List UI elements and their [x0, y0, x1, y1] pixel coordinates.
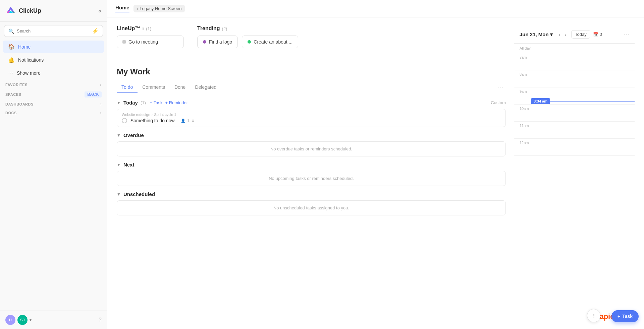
trending-title: Trending: [197, 25, 220, 31]
today-chevron-icon: ▼: [117, 101, 121, 105]
calendar-slot-7am: 7am: [514, 53, 635, 70]
today-title: Today: [123, 100, 138, 106]
avatar-u[interactable]: U: [5, 315, 15, 325]
search-input[interactable]: [17, 28, 89, 34]
calendar-options-button[interactable]: ⋯: [623, 31, 629, 38]
task-name: Something to do now: [130, 118, 175, 123]
add-task-button[interactable]: + Task: [150, 100, 163, 105]
back-tag[interactable]: Back: [85, 91, 102, 97]
calendar-slot-12pm: 12pm: [514, 139, 635, 156]
slot-area-7am[interactable]: [531, 53, 635, 70]
calendar-count-button[interactable]: 📅 0: [593, 32, 602, 37]
custom-button[interactable]: Custom: [491, 100, 506, 105]
search-bar[interactable]: 🔍 ⚡: [4, 25, 103, 37]
slot-area-9am[interactable]: [531, 87, 635, 104]
add-task-fab-button[interactable]: + Task: [611, 310, 639, 322]
time-label-8am: 8am: [514, 70, 531, 76]
sidebar-item-notifications-label: Notifications: [18, 57, 44, 63]
favorites-label: FAVORITES: [5, 83, 28, 87]
trending-header: Trending (2): [197, 25, 298, 31]
calendar-today-button[interactable]: Today: [571, 30, 590, 39]
grid-icon: ⁝: [593, 313, 595, 319]
calendar-body: All day 7am 8am: [514, 44, 635, 321]
lineup-card-go-to-meeting[interactable]: Go to meeting: [117, 36, 184, 48]
section-unscheduled: ▼ Unscheduled No unscheduled tasks assig…: [117, 191, 506, 215]
tab-home[interactable]: Home: [115, 5, 129, 12]
sidebar-header: ClickUp «: [0, 0, 107, 22]
section-unscheduled-header[interactable]: ▼ Unscheduled: [117, 191, 506, 197]
calendar-next-button[interactable]: ›: [563, 31, 569, 38]
section-today: ▼ Today (1) + Task + Reminder Custom Web…: [117, 100, 506, 127]
sidebar-section-favorites[interactable]: FAVORITES ›: [0, 79, 107, 88]
task-row: Something to do now 👤 1 ≡: [122, 118, 501, 123]
trending-card-create-about[interactable]: Create an about ...: [242, 36, 298, 48]
sidebar-item-notifications[interactable]: 🔔 Notifications: [3, 54, 104, 66]
my-work-title: My Work: [117, 67, 506, 76]
calendar-date-label: Jun 21, Mon: [520, 31, 549, 37]
lineup-trending-row: LineUp™ ℹ (1) Go to meeting Trending (2): [117, 25, 506, 58]
tab-delegated[interactable]: Delegated: [190, 82, 221, 93]
avatar-chevron[interactable]: ▾: [30, 318, 32, 322]
sidebar-item-home[interactable]: 🏠 Home: [3, 41, 104, 53]
overdue-chevron-icon: ▼: [117, 133, 121, 138]
favorites-chevron: ›: [100, 83, 102, 87]
breadcrumb-website-redesign: Website redesign: [122, 113, 150, 117]
task-menu-icon[interactable]: ≡: [192, 118, 194, 123]
section-next-header[interactable]: ▼ Next: [117, 162, 506, 168]
tab-done[interactable]: Done: [170, 82, 190, 93]
trending-card-find-logo-label: Find a logo: [209, 39, 232, 45]
next-chevron-icon: ▼: [117, 162, 121, 167]
calendar-allday-label: All day: [520, 46, 536, 50]
search-icon: 🔍: [8, 28, 14, 34]
my-work-section: My Work To do Comments Done Delegated ⋯ …: [117, 67, 506, 215]
next-title: Next: [123, 162, 135, 168]
clickup-logo-icon: [5, 5, 16, 16]
collapse-sidebar-button[interactable]: «: [98, 7, 102, 14]
help-button[interactable]: ?: [99, 317, 102, 323]
slot-area-11am[interactable]: [531, 122, 635, 138]
overdue-title: Overdue: [123, 132, 144, 138]
section-overdue: ▼ Overdue No overdue tasks or reminders …: [117, 132, 506, 156]
today-count: (1): [141, 100, 146, 105]
tab-legacy[interactable]: ‹ Legacy Home Screen: [133, 5, 185, 12]
lineup-title: LineUp™: [117, 25, 140, 31]
lightning-button[interactable]: ⚡: [92, 28, 99, 34]
tabs-more-button[interactable]: ⋯: [494, 84, 506, 91]
slot-area-12pm[interactable]: [531, 139, 635, 155]
calendar-icon: 📅: [593, 32, 598, 37]
trending-section: Trending (2) Find a logo Create an about…: [197, 25, 298, 48]
add-reminder-button[interactable]: + Reminder: [165, 100, 188, 105]
calendar-slot-11am: 11am: [514, 122, 635, 139]
next-empty: No upcoming tasks or reminders scheduled…: [117, 171, 506, 186]
sidebar-item-show-more[interactable]: ⋯ Show more: [3, 67, 104, 79]
tab-comments[interactable]: Comments: [138, 82, 170, 93]
trending-card-find-logo[interactable]: Find a logo: [197, 36, 238, 48]
logo-area: ClickUp: [5, 5, 41, 16]
work-area: LineUp™ ℹ (1) Go to meeting Trending (2): [117, 25, 506, 321]
time-label-10am: 10am: [514, 105, 531, 111]
avatar-group: U SJ ▾: [5, 315, 32, 325]
sidebar-section-docs[interactable]: DOCS ›: [0, 108, 107, 116]
sidebar-item-show-more-label: Show more: [17, 70, 41, 76]
sidebar-section-spaces[interactable]: SPACES Back: [0, 88, 107, 99]
task-checkbox[interactable]: [122, 118, 127, 123]
tab-todo[interactable]: To do: [117, 82, 138, 93]
slot-area-8am[interactable]: [531, 70, 635, 87]
section-overdue-header[interactable]: ▼ Overdue: [117, 132, 506, 138]
calendar-count: 0: [600, 32, 602, 37]
calendar-prev-button[interactable]: ‹: [557, 31, 562, 38]
sidebar-section-dashboards[interactable]: DASHBOARDS ›: [0, 99, 107, 108]
task-breadcrumb: Website redesign › Sprint cycle 1: [122, 113, 501, 117]
calendar-date[interactable]: Jun 21, Mon ▾: [520, 31, 553, 38]
grid-view-button[interactable]: ⁝: [587, 309, 600, 322]
trending-dot-green: [248, 40, 251, 44]
lineup-info-icon[interactable]: ℹ: [142, 26, 144, 31]
slot-area-10am[interactable]: [531, 105, 635, 121]
task-assignee-count: 1: [187, 118, 190, 123]
time-label-12pm: 12pm: [514, 139, 531, 145]
calendar-slot-8am: 8am: [514, 70, 635, 87]
spaces-label: SPACES: [5, 92, 21, 96]
lineup-count: (1): [146, 26, 151, 31]
avatar-sj[interactable]: SJ: [17, 315, 28, 325]
section-today-header[interactable]: ▼ Today (1) + Task + Reminder Custom: [117, 100, 506, 106]
